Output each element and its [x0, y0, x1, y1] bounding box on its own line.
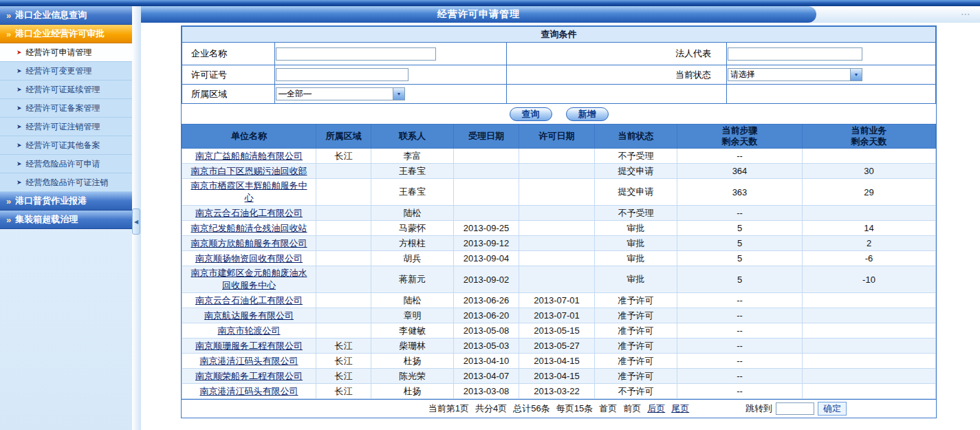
cell-accept_date: 2013-06-26	[454, 293, 519, 308]
cell-biz_days: 29	[803, 179, 936, 206]
cell-name: 南京广益船舶清舱有限公司	[182, 149, 316, 164]
company-link[interactable]: 南京顺荣船务工程有限公司	[195, 371, 303, 381]
region-select[interactable]: —全部— ▼	[276, 87, 405, 100]
grip-icon[interactable]: ⋯	[961, 8, 972, 19]
cell-step_days: 364	[677, 164, 803, 179]
sidebar-item-label: 经营许可证备案管理	[26, 103, 100, 114]
sidebar-group-0[interactable]: »港口企业信息查询	[0, 6, 132, 25]
sidebar-menu: »港口企业信息查询»港口企业经营许可审批➤经营许可申请管理➤经营许可变更管理➤经…	[0, 6, 132, 430]
cell-contact: 章明	[371, 308, 454, 323]
sidebar-item-6[interactable]: ➤经营许可证注销管理	[0, 118, 132, 136]
cell-accept_date: 2013-09-25	[454, 221, 519, 236]
collapse-arrow-icon: ◀	[134, 219, 138, 225]
add-button[interactable]: 新增	[566, 107, 609, 121]
company-link[interactable]: 南京市栖霞区丰辉船舶服务中心	[191, 180, 307, 203]
main-panel: 查询条件 企业名称 法人代表 许可证号 当前状态 请选择 ▼	[181, 25, 937, 418]
table-row: 南京顺扬物资回收有限公司胡兵2013-09-04审批5-6	[182, 251, 936, 266]
table-row: 南京港清江码头有限公司长江杜扬2013-04-102013-04-15准予许可-…	[182, 354, 936, 369]
cell-license_date: 2013-03-22	[519, 384, 595, 399]
cell-step_days: --	[677, 338, 803, 354]
cell-region	[316, 164, 371, 179]
company-name-input[interactable]	[276, 47, 436, 61]
cell-step_days: --	[677, 293, 803, 308]
cell-contact: 杜扬	[371, 354, 454, 369]
cell-contact: 杜扬	[371, 384, 454, 399]
table-row: 南京广益船舶清舱有限公司长江李富不予受理--	[182, 149, 936, 164]
sidebar-group-1[interactable]: »港口企业经营许可审批	[0, 25, 132, 43]
cell-name: 南京航达服务有限公司	[182, 308, 316, 323]
sidebar-item-9[interactable]: ➤经营危险品许可证注销	[0, 173, 132, 192]
legal-rep-input[interactable]	[728, 47, 862, 61]
column-header: 当前业务剩余天数	[803, 125, 936, 149]
column-header: 所属区域	[316, 125, 371, 149]
sidebar-item-label: 港口企业经营许可审批	[15, 28, 105, 40]
cell-contact: 柴珊林	[371, 338, 454, 354]
sidebar-group-10[interactable]: »港口普货作业报港	[0, 192, 132, 211]
legal-rep-label: 法人代表	[507, 43, 727, 65]
empty-cell	[727, 85, 936, 104]
cell-biz_days	[803, 354, 936, 369]
cell-license_date: 2013-04-15	[519, 354, 595, 369]
cell-license_date: 2013-05-27	[519, 338, 595, 354]
confirm-button[interactable]: 确定	[818, 402, 847, 416]
table-row: 南京市白下区恩赐污油回收部王春宝提交申请36430	[182, 164, 936, 179]
company-link[interactable]: 南京市建邺区金元船舶废油水回收服务中心	[191, 268, 307, 290]
next-page-link[interactable]: 后页	[647, 402, 665, 415]
cell-status: 不予许可	[595, 384, 677, 399]
cell-accept_date: 2013-04-10	[454, 354, 519, 369]
sidebar-item-2[interactable]: ➤经营许可申请管理	[0, 43, 132, 62]
cell-step_days: 363	[677, 179, 803, 206]
cell-status: 审批	[595, 221, 677, 236]
arrow-bullet-icon: ➤	[17, 142, 22, 149]
cell-license_date	[519, 251, 595, 266]
sidebar-group-11[interactable]: »集装箱超载治理	[0, 211, 132, 229]
company-link[interactable]: 南京顺方欣船舶服务有限公司	[191, 238, 307, 248]
company-link[interactable]: 南京港清江码头有限公司	[200, 356, 298, 366]
company-link[interactable]: 南京航达服务有限公司	[204, 310, 294, 321]
table-row: 南京顺珊服务工程有限公司长江柴珊林2013-05-032013-05-27准予许…	[182, 338, 936, 354]
cell-biz_days: -6	[803, 251, 936, 266]
jump-to-page: 跳转到 确定	[745, 402, 847, 416]
cell-license_date: 2013-04-15	[519, 369, 595, 384]
last-page-link[interactable]: 尾页	[671, 402, 689, 415]
status-select[interactable]: 请选择 ▼	[728, 68, 862, 81]
applications-table: 单位名称所属区域联系人受理日期许可日期当前状态当前步骤剩余天数当前业务剩余天数 …	[182, 124, 936, 399]
cell-status: 准予许可	[595, 338, 677, 354]
sidebar-item-4[interactable]: ➤经营许可证延续管理	[0, 80, 132, 99]
double-chevron-icon: »	[6, 10, 11, 21]
cell-region	[316, 221, 371, 236]
sidebar-item-5[interactable]: ➤经营许可证备案管理	[0, 99, 132, 118]
cell-name: 南京顺荣船务工程有限公司	[182, 369, 316, 384]
cell-biz_days: 2	[803, 236, 936, 251]
company-link[interactable]: 南京港清江码头有限公司	[200, 386, 298, 396]
company-link[interactable]: 南京市轮渡公司	[218, 325, 281, 336]
company-link[interactable]: 南京云合石油化工有限公司	[195, 295, 303, 305]
cell-status: 提交申请	[595, 164, 677, 179]
sidebar-item-3[interactable]: ➤经营许可变更管理	[0, 62, 132, 80]
sidebar-collapse-handle[interactable]: ◀	[132, 208, 140, 235]
cell-contact: 王春宝	[371, 164, 454, 179]
license-no-input[interactable]	[276, 68, 409, 81]
company-link[interactable]: 南京顺珊服务工程有限公司	[195, 341, 303, 351]
cell-accept_date	[454, 206, 519, 221]
column-header: 联系人	[371, 125, 454, 149]
title-bar: 经营许可申请管理 ⋯	[141, 6, 980, 23]
cell-accept_date	[454, 149, 519, 164]
status-select-value: 请选择	[728, 69, 850, 80]
company-link[interactable]: 南京纪发船舶清仓残油回收站	[191, 223, 307, 233]
status-label: 当前状态	[507, 65, 727, 85]
jump-page-input[interactable]	[776, 402, 814, 415]
cell-contact: 李富	[371, 149, 454, 164]
sidebar-item-7[interactable]: ➤经营许可证其他备案	[0, 136, 132, 155]
page-current: 当前第1页	[428, 402, 469, 415]
cell-step_days: 5	[677, 266, 803, 293]
company-link[interactable]: 南京顺扬物资回收有限公司	[195, 253, 303, 264]
cell-status: 审批	[595, 251, 677, 266]
sidebar-item-label: 经营许可证注销管理	[26, 121, 100, 133]
company-link[interactable]: 南京广益船舶清舱有限公司	[195, 151, 303, 161]
company-link[interactable]: 南京市白下区恩赐污油回收部	[191, 166, 307, 176]
cell-name: 南京港清江码头有限公司	[182, 384, 316, 399]
search-button[interactable]: 查询	[510, 107, 552, 121]
sidebar-item-8[interactable]: ➤经营危险品许可申请	[0, 155, 132, 173]
company-link[interactable]: 南京云合石油化工有限公司	[195, 208, 303, 218]
